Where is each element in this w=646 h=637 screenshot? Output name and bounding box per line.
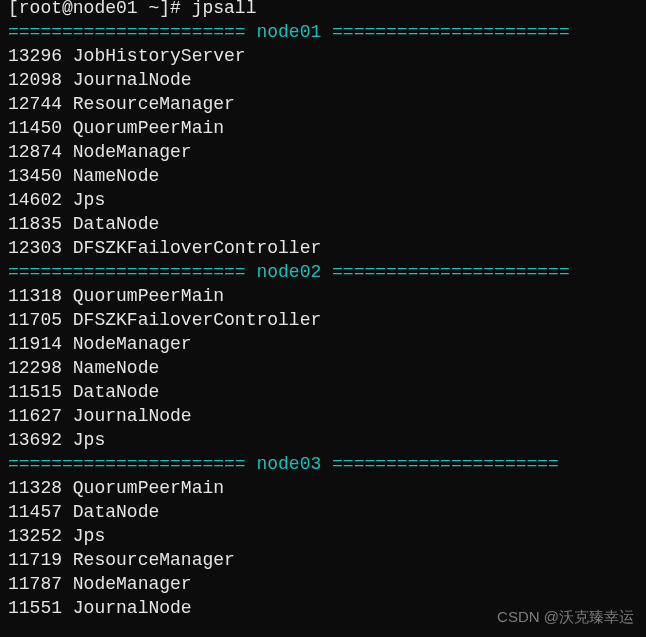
process-pid: 11328 (8, 478, 62, 498)
watermark-text: CSDN @沃克臻幸运 (497, 605, 634, 629)
process-line: 12303 DFSZKFailoverController (8, 236, 638, 260)
process-line: 13692 Jps (8, 428, 638, 452)
process-line: 11719 ResourceManager (8, 548, 638, 572)
process-name: Jps (62, 430, 105, 450)
process-name: QuorumPeerMain (62, 286, 224, 306)
process-line: 12874 NodeManager (8, 140, 638, 164)
process-pid: 12303 (8, 238, 62, 258)
process-line: 11787 NodeManager (8, 572, 638, 596)
process-name: NodeManager (62, 142, 192, 162)
process-name: DFSZKFailoverController (62, 310, 321, 330)
terminal-output: ====================== node01 ==========… (8, 20, 638, 620)
process-name: NodeManager (62, 334, 192, 354)
process-name: DataNode (62, 214, 159, 234)
process-name: NodeManager (62, 574, 192, 594)
process-line: 11914 NodeManager (8, 332, 638, 356)
process-name: DFSZKFailoverController (62, 238, 321, 258)
process-pid: 11627 (8, 406, 62, 426)
process-pid: 13296 (8, 46, 62, 66)
divider-left: ====================== (8, 22, 246, 42)
divider-left: ====================== (8, 454, 246, 474)
process-name: JournalNode (62, 598, 192, 618)
divider-right: ====================== (332, 22, 570, 42)
process-name: ResourceManager (62, 94, 235, 114)
process-line: 11835 DataNode (8, 212, 638, 236)
divider-left: ====================== (8, 262, 246, 282)
process-pid: 12744 (8, 94, 62, 114)
process-line: 13252 Jps (8, 524, 638, 548)
process-name: ResourceManager (62, 550, 235, 570)
process-pid: 11835 (8, 214, 62, 234)
prompt-text: [root@node01 ~]# jpsall (8, 0, 256, 18)
process-line: 11705 DFSZKFailoverController (8, 308, 638, 332)
node-divider-node03: ====================== node03 ==========… (8, 452, 638, 476)
process-pid: 13450 (8, 166, 62, 186)
process-pid: 11457 (8, 502, 62, 522)
process-line: 11450 QuorumPeerMain (8, 116, 638, 140)
process-pid: 12098 (8, 70, 62, 90)
process-name: QuorumPeerMain (62, 478, 224, 498)
process-line: 13450 NameNode (8, 164, 638, 188)
process-name: NameNode (62, 358, 159, 378)
process-line: 14602 Jps (8, 188, 638, 212)
process-line: 11515 DataNode (8, 380, 638, 404)
node-divider-node02: ====================== node02 ==========… (8, 260, 638, 284)
process-name: JournalNode (62, 70, 192, 90)
process-pid: 11787 (8, 574, 62, 594)
node-divider-node01: ====================== node01 ==========… (8, 20, 638, 44)
process-name: NameNode (62, 166, 159, 186)
process-pid: 11705 (8, 310, 62, 330)
process-line: 11627 JournalNode (8, 404, 638, 428)
process-line: 11318 QuorumPeerMain (8, 284, 638, 308)
process-pid: 11318 (8, 286, 62, 306)
process-line: 12298 NameNode (8, 356, 638, 380)
process-pid: 11719 (8, 550, 62, 570)
process-pid: 12298 (8, 358, 62, 378)
process-name: JobHistoryServer (62, 46, 246, 66)
process-pid: 11450 (8, 118, 62, 138)
process-pid: 13692 (8, 430, 62, 450)
process-pid: 13252 (8, 526, 62, 546)
process-pid: 11515 (8, 382, 62, 402)
process-line: 12744 ResourceManager (8, 92, 638, 116)
process-line: 13296 JobHistoryServer (8, 44, 638, 68)
process-line: 12098 JournalNode (8, 68, 638, 92)
process-name: QuorumPeerMain (62, 118, 224, 138)
divider-right: ====================== (332, 262, 570, 282)
node-name: node02 (246, 262, 332, 282)
process-pid: 12874 (8, 142, 62, 162)
node-name: node01 (246, 22, 332, 42)
process-pid: 11914 (8, 334, 62, 354)
process-name: DataNode (62, 502, 159, 522)
process-pid: 11551 (8, 598, 62, 618)
process-name: Jps (62, 190, 105, 210)
process-name: Jps (62, 526, 105, 546)
process-line: 11457 DataNode (8, 500, 638, 524)
divider-right: ===================== (332, 454, 559, 474)
process-name: JournalNode (62, 406, 192, 426)
process-name: DataNode (62, 382, 159, 402)
process-line: 11328 QuorumPeerMain (8, 476, 638, 500)
process-pid: 14602 (8, 190, 62, 210)
node-name: node03 (246, 454, 332, 474)
shell-prompt-line: [root@node01 ~]# jpsall (8, 0, 638, 20)
